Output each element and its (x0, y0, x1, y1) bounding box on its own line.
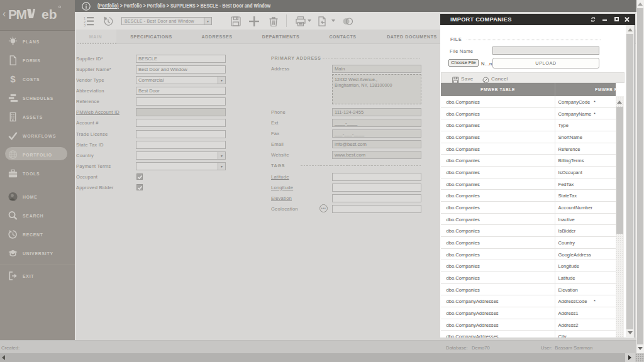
svg-text:$: $ (10, 74, 16, 85)
svg-text:3: 3 (84, 23, 86, 26)
